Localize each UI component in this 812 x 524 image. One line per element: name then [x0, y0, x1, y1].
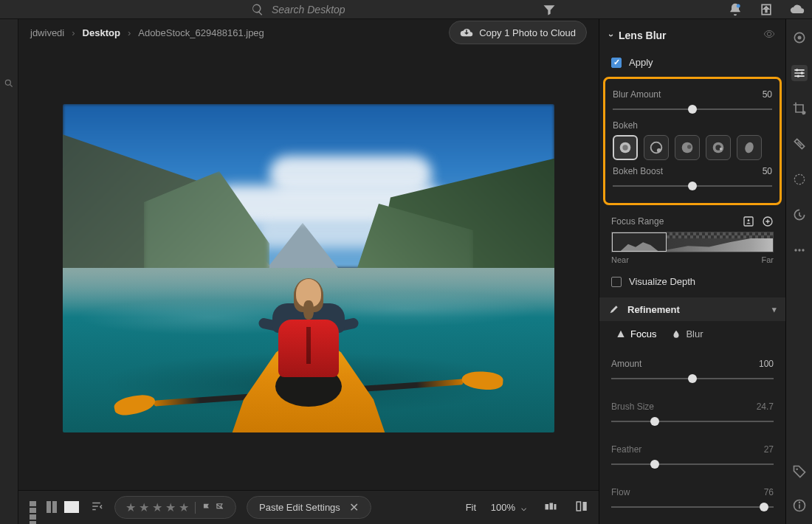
- blur-tool[interactable]: Blur: [671, 328, 703, 339]
- history-tab[interactable]: [791, 207, 808, 223]
- info-tab[interactable]: [791, 497, 808, 514]
- zoom-rail-icon[interactable]: [4, 78, 14, 89]
- crumb-folder[interactable]: Desktop: [83, 27, 120, 38]
- copy-to-cloud-button[interactable]: Copy 1 Photo to Cloud: [449, 21, 587, 44]
- feather-slider[interactable]: [611, 459, 774, 469]
- more-tab[interactable]: [791, 242, 808, 258]
- svg-point-0: [737, 4, 740, 7]
- single-view-button[interactable]: [64, 501, 80, 513]
- tag-tab[interactable]: [791, 463, 808, 480]
- add-icon[interactable]: [762, 216, 774, 227]
- lens-blur-header[interactable]: › Lens Blur: [599, 19, 785, 51]
- photo-preview: [63, 104, 554, 432]
- compare-view-button[interactable]: [47, 501, 63, 513]
- svg-point-1: [5, 80, 10, 85]
- chevron-right-icon: ›: [128, 27, 131, 38]
- fit-label: Fit: [466, 502, 476, 513]
- svg-point-27: [802, 111, 805, 114]
- paste-settings-button[interactable]: Paste Edit Settings ✕: [247, 496, 371, 519]
- sliders-tab[interactable]: [791, 65, 808, 81]
- visibility-toggle[interactable]: [763, 28, 775, 42]
- panel-title: Lens Blur: [619, 30, 667, 41]
- flow-slider[interactable]: [611, 502, 774, 512]
- blur-amount-slider[interactable]: [613, 104, 772, 114]
- bokeh-bubble[interactable]: [644, 135, 669, 160]
- bokeh-boost-value[interactable]: 50: [763, 166, 772, 176]
- star-2[interactable]: ★: [139, 500, 149, 514]
- bokeh-circle[interactable]: [613, 135, 638, 160]
- grid-view-button[interactable]: [29, 501, 45, 514]
- filter-icon[interactable]: [542, 2, 557, 17]
- star-4[interactable]: ★: [165, 500, 176, 514]
- visualize-depth-checkbox[interactable]: [611, 277, 622, 287]
- cloud-icon[interactable]: [790, 2, 805, 17]
- canvas[interactable]: [18, 46, 599, 490]
- close-icon[interactable]: ✕: [349, 500, 359, 514]
- depth-histogram[interactable]: [611, 232, 774, 252]
- svg-point-30: [794, 249, 796, 251]
- right-rail: [785, 19, 812, 524]
- feather-value[interactable]: 27: [764, 444, 774, 455]
- bokeh-boost-slider[interactable]: [613, 181, 772, 191]
- sort-button[interactable]: [91, 500, 104, 515]
- bell-icon[interactable]: [728, 2, 743, 17]
- refinement-label: Refinement: [627, 304, 680, 315]
- edit-tab[interactable]: [791, 30, 808, 46]
- focus-tool-label: Focus: [630, 328, 656, 339]
- svg-point-25: [800, 72, 802, 74]
- crop-tab[interactable]: [791, 100, 808, 117]
- amount-slider[interactable]: [611, 373, 774, 384]
- bokeh-blade5[interactable]: [675, 135, 700, 160]
- flow-value[interactable]: 76: [764, 487, 774, 497]
- healing-tab[interactable]: [791, 136, 808, 152]
- focus-tool-icon: [616, 329, 626, 339]
- focus-tool[interactable]: Focus: [616, 328, 656, 339]
- star-3[interactable]: ★: [152, 500, 162, 514]
- search-box[interactable]: Search Desktop: [251, 3, 345, 16]
- star-1[interactable]: ★: [125, 500, 136, 514]
- flag-reject-icon[interactable]: [215, 503, 225, 513]
- refinement-header[interactable]: Refinement ▾: [599, 297, 785, 321]
- filmstrip-button[interactable]: [544, 500, 557, 515]
- star-5[interactable]: ★: [179, 500, 189, 514]
- breadcrumb: jdwivedi › Desktop › AdobeStock_62948816…: [18, 19, 599, 46]
- edit-panel: › Lens Blur Apply Blur Amount 50 Bokeh: [599, 19, 785, 524]
- chevron-right-icon: ›: [72, 27, 75, 38]
- amount-label: Amount: [611, 359, 641, 369]
- svg-rect-8: [583, 502, 587, 511]
- center-column: jdwivedi › Desktop › AdobeStock_62948816…: [18, 19, 599, 524]
- bottom-toolbar: ★ ★ ★ ★ ★ Paste Edit Settings ✕ Fit 100%…: [18, 490, 599, 524]
- chevron-down-icon: ›: [606, 34, 616, 37]
- crumb-user[interactable]: jdwivedi: [30, 27, 64, 38]
- flow-row: Flow 76: [599, 481, 785, 518]
- copy-to-cloud-label: Copy 1 Photo to Cloud: [479, 27, 576, 38]
- svg-point-26: [796, 75, 799, 77]
- apply-label: Apply: [629, 57, 653, 68]
- svg-point-24: [796, 69, 798, 71]
- focus-range-row: Focus Range: [599, 208, 785, 230]
- svg-point-12: [657, 148, 661, 153]
- main-area: jdwivedi › Desktop › AdobeStock_62948816…: [0, 19, 812, 524]
- mask-tab[interactable]: [791, 171, 808, 187]
- before-after-button[interactable]: [575, 500, 588, 515]
- zoom-control[interactable]: Fit 100% ⌵: [466, 502, 526, 513]
- share-icon[interactable]: [759, 2, 774, 17]
- svg-point-20: [748, 219, 750, 221]
- svg-point-18: [743, 141, 754, 154]
- blur-amount-value[interactable]: 50: [763, 89, 772, 100]
- bokeh-cat[interactable]: [737, 135, 762, 160]
- svg-rect-5: [550, 503, 554, 510]
- flag-pick-icon[interactable]: [202, 503, 212, 513]
- apply-checkbox[interactable]: [611, 58, 622, 68]
- brush-size-slider[interactable]: [611, 416, 774, 427]
- brush-size-value[interactable]: 24.7: [757, 401, 774, 412]
- bokeh-ring[interactable]: [706, 135, 731, 160]
- blur-amount-label: Blur Amount: [613, 89, 661, 100]
- amount-value[interactable]: 100: [759, 359, 774, 369]
- bokeh-label: Bokeh: [613, 120, 772, 131]
- svg-point-32: [802, 249, 804, 251]
- subject-select-icon[interactable]: [743, 216, 754, 227]
- amount-row: Amount 100: [599, 353, 785, 390]
- brush-size-row: Brush Size 24.7: [599, 396, 785, 432]
- apply-row: Apply: [599, 51, 785, 74]
